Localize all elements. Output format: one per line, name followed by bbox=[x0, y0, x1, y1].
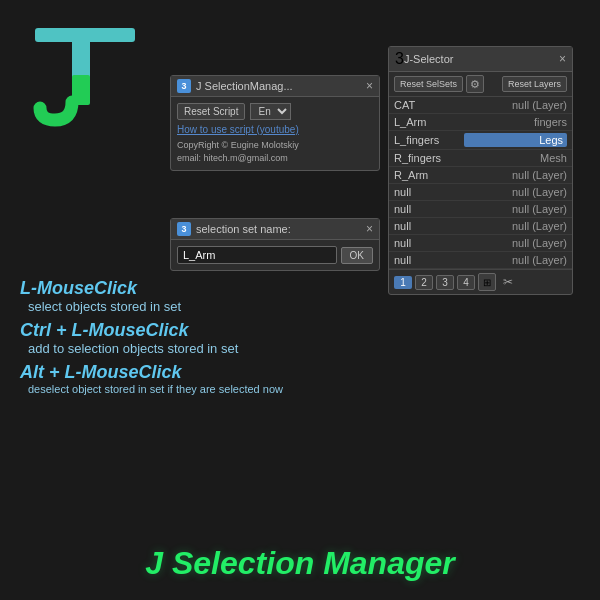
lclick-key: L-MouseClick bbox=[20, 278, 380, 299]
bottom-title: J Selection Manager bbox=[0, 545, 600, 582]
list-item[interactable]: CAT null (Layer) bbox=[389, 97, 572, 114]
page-1-button[interactable]: 1 bbox=[394, 276, 412, 289]
alt-lclick-key: Alt + L-MouseClick bbox=[20, 362, 380, 383]
lclick-desc: select objects stored in set bbox=[28, 299, 380, 314]
set-name-input[interactable] bbox=[177, 246, 337, 264]
list-item[interactable]: L_fingers Legs bbox=[389, 131, 572, 150]
jselector-header: 3 J-Selector × bbox=[389, 47, 572, 72]
instructions-section: L-MouseClick select objects stored in se… bbox=[20, 278, 380, 401]
selmanager-close-button[interactable]: × bbox=[366, 79, 373, 93]
jselector-close-button[interactable]: × bbox=[559, 52, 566, 66]
jselector-panel: 3 J-Selector × Reset SelSets ⚙ Reset Lay… bbox=[388, 46, 573, 295]
svg-rect-1 bbox=[72, 28, 90, 83]
ctrl-lclick-desc: add to selection objects stored in set bbox=[28, 341, 380, 356]
jselector-title: J-Selector bbox=[404, 53, 559, 65]
jselector-icon: 3 bbox=[395, 50, 404, 68]
nameinput-title: selection set name: bbox=[196, 223, 366, 235]
reset-selsets-button[interactable]: Reset SelSets bbox=[394, 76, 463, 92]
list-item[interactable]: L_Arm fingers bbox=[389, 114, 572, 131]
reset-layers-button[interactable]: Reset Layers bbox=[502, 76, 567, 92]
gear-icon[interactable]: ⚙ bbox=[466, 75, 484, 93]
list-item[interactable]: null null (Layer) bbox=[389, 201, 572, 218]
nameinput-close-button[interactable]: × bbox=[366, 222, 373, 236]
list-item[interactable]: null null (Layer) bbox=[389, 252, 572, 269]
selmanager-titlebar: 3 J SelectionManag... × bbox=[171, 76, 379, 97]
ok-button[interactable]: OK bbox=[341, 247, 373, 264]
selmanager-reset-row: Reset Script En bbox=[177, 103, 373, 120]
page-2-button[interactable]: 2 bbox=[415, 275, 433, 290]
instruction-ctrl-lclick: Ctrl + L-MouseClick add to selection obj… bbox=[20, 320, 380, 356]
alt-lclick-desc: deselect object stored in set if they ar… bbox=[28, 383, 380, 395]
jselector-list: CAT null (Layer) L_Arm fingers L_fingers… bbox=[389, 97, 572, 269]
ctrl-lclick-key: Ctrl + L-MouseClick bbox=[20, 320, 380, 341]
language-select[interactable]: En bbox=[250, 103, 291, 120]
list-item[interactable]: R_fingers Mesh bbox=[389, 150, 572, 167]
nameinput-row: OK bbox=[177, 246, 373, 264]
instruction-lclick: L-MouseClick select objects stored in se… bbox=[20, 278, 380, 314]
jselector-toolbar: Reset SelSets ⚙ Reset Layers bbox=[389, 72, 572, 97]
logo bbox=[30, 20, 140, 130]
instruction-alt-lclick: Alt + L-MouseClick deselect object store… bbox=[20, 362, 380, 395]
nameinput-body: OK bbox=[171, 240, 379, 270]
dialog-icon: 3 bbox=[177, 79, 191, 93]
selmanager-body: Reset Script En How to use script (youtu… bbox=[171, 97, 379, 170]
list-item[interactable]: null null (Layer) bbox=[389, 235, 572, 252]
list-item[interactable]: null null (Layer) bbox=[389, 218, 572, 235]
wrench-icon[interactable]: ✂ bbox=[499, 273, 517, 291]
youtube-link[interactable]: How to use script (youtube) bbox=[177, 124, 373, 135]
list-item[interactable]: R_Arm null (Layer) bbox=[389, 167, 572, 184]
selmanager-title: J SelectionManag... bbox=[196, 80, 366, 92]
selection-manager-dialog: 3 J SelectionManag... × Reset Script En … bbox=[170, 75, 380, 171]
nameinput-titlebar: 3 selection set name: × bbox=[171, 219, 379, 240]
list-item[interactable]: null null (Layer) bbox=[389, 184, 572, 201]
page-4-button[interactable]: 4 bbox=[457, 275, 475, 290]
page-3-button[interactable]: 3 bbox=[436, 275, 454, 290]
grid-icon[interactable]: ⊞ bbox=[478, 273, 496, 291]
reset-script-button[interactable]: Reset Script bbox=[177, 103, 245, 120]
nameinput-icon: 3 bbox=[177, 222, 191, 236]
name-input-dialog: 3 selection set name: × OK bbox=[170, 218, 380, 271]
jselector-pagination: 1 2 3 4 ⊞ ✂ bbox=[389, 269, 572, 294]
copyright-text: CopyRight © Eugine Molotskiy email: hite… bbox=[177, 139, 373, 164]
